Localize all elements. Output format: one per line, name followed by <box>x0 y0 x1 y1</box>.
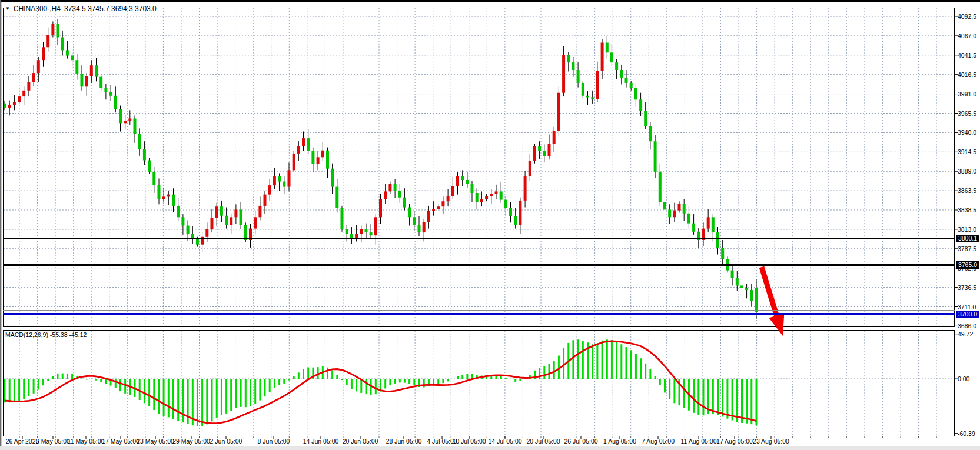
price-axis-label: 3711.0 <box>958 304 976 311</box>
chart-window: ▼ CHINA300-,H4 3734.5 3745.7 3694.3 3703… <box>0 0 980 450</box>
price-axis-label: 3787.5 <box>958 245 976 252</box>
time-axis-label: 28 Jun 05:00 <box>386 438 422 445</box>
macd-axis-label: 0.00 <box>958 375 969 382</box>
time-axis-label: 26 Jul 05:00 <box>564 438 597 445</box>
price-axis-label: 3965.5 <box>958 110 976 117</box>
time-axis-label: 5 May 05:00 <box>36 438 70 445</box>
window-top-border <box>0 0 980 2</box>
ohlc-values: 3734.5 3745.7 3694.3 3703.0 <box>64 5 157 13</box>
time-axis-label: 1 Aug 05:00 <box>603 438 636 445</box>
candles-group <box>4 19 758 319</box>
time-axis-label: 17 May 05:00 <box>102 438 139 445</box>
time-axis-label: 26 Apr 2023 <box>6 438 39 445</box>
time-axis[interactable]: 26 Apr 20235 May 05:0011 May 05:0017 May… <box>0 437 980 446</box>
window-left-border <box>0 0 1 450</box>
price-axis-label: 3914.5 <box>958 148 976 155</box>
price-axis-label: 4041.5 <box>958 52 976 59</box>
time-axis-label: 2 Jun 05:00 <box>210 438 242 445</box>
macd-indicator-plot[interactable] <box>3 330 955 436</box>
price-axis[interactable]: 4092.54067.04041.54016.53991.03965.53940… <box>955 2 980 446</box>
macd-indicator-label: MACD(12,26,9) -55.38 -45.12 <box>5 331 87 338</box>
price-axis-label: 3863.5 <box>958 187 976 194</box>
macd-axis-label: -60.39 <box>958 430 975 437</box>
price-axis-label: 3991.0 <box>958 91 976 98</box>
price-axis-label: 3736.5 <box>958 284 976 291</box>
price-axis-label: 4092.5 <box>958 13 976 20</box>
price-axis-label: 4067.0 <box>958 32 976 39</box>
price-axis-label: 4016.5 <box>958 71 976 78</box>
time-axis-label: 23 Aug 05:00 <box>753 438 789 445</box>
price-tag-3765.0: 3765.0 <box>956 261 979 269</box>
time-axis-label: 10 Jul 05:00 <box>452 438 486 445</box>
time-axis-label: 14 Jun 05:00 <box>303 438 339 445</box>
price-axis-label: 3940.0 <box>958 129 976 136</box>
time-axis-label: 20 Jul 05:00 <box>526 438 560 445</box>
time-axis-label: 20 Jun 05:00 <box>343 438 378 445</box>
time-axis-label: 11 May 05:00 <box>68 438 105 445</box>
time-axis-label: 29 May 05:00 <box>172 438 210 445</box>
symbol-period-label: CHINA300-,H4 <box>14 5 61 13</box>
chevron-down-icon[interactable]: ▼ <box>5 6 10 12</box>
main-chart-plot[interactable] <box>3 8 955 327</box>
price-axis-label: 3686.0 <box>958 322 976 329</box>
price-tag-3700.0: 3700.0 <box>956 311 979 318</box>
time-axis-label: 8 Jun 05:00 <box>258 438 290 445</box>
horizontal-line-3800.1[interactable] <box>3 238 955 239</box>
chart-title-row: ▼ CHINA300-,H4 3734.5 3745.7 3694.3 3703… <box>5 4 157 14</box>
time-axis-label: 11 Aug 05:00 <box>680 438 716 445</box>
price-tag-3800.1: 3800.1 <box>956 235 979 242</box>
price-axis-label: 3838.5 <box>958 206 976 214</box>
horizontal-line-3700[interactable] <box>3 313 955 315</box>
macd-axis-label: 49.72 <box>958 331 973 338</box>
window-bottom-strip <box>0 446 980 450</box>
window-inner-border <box>1 2 2 446</box>
time-axis-label: 23 May 05:00 <box>137 438 174 445</box>
time-axis-label: 17 Aug 05:00 <box>716 438 753 445</box>
time-axis-label: 14 Jul 05:00 <box>488 438 521 445</box>
time-axis-label: 7 Aug 05:00 <box>642 438 675 445</box>
price-axis-label: 3889.0 <box>958 168 976 175</box>
price-axis-label: 3813.0 <box>958 226 976 233</box>
horizontal-line-3765[interactable] <box>3 264 955 266</box>
horizontal-line-3705.2[interactable] <box>3 310 955 311</box>
